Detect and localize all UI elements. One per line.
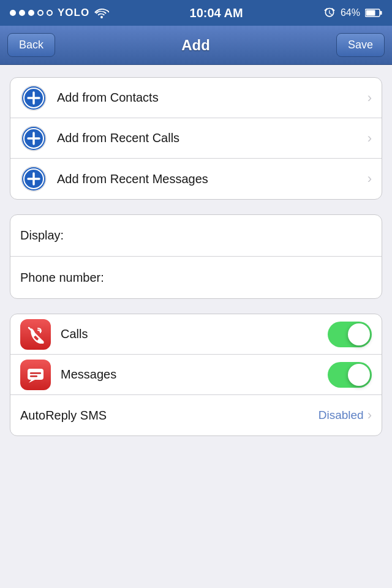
add-recent-calls-label: Add from Recent Calls — [57, 131, 368, 145]
add-recent-calls-chevron: › — [368, 130, 372, 146]
dot-1 — [10, 10, 16, 16]
messages-toggle-thumb — [348, 364, 370, 386]
calls-row[interactable]: Calls — [10, 314, 382, 355]
add-recent-messages-row[interactable]: Add from Recent Messages › — [10, 159, 382, 199]
phone-number-row: Phone number: — [10, 257, 382, 298]
messages-icon — [20, 360, 51, 390]
calls-toggle[interactable] — [328, 322, 372, 347]
status-right: 64% — [323, 7, 382, 19]
svg-rect-1 — [366, 10, 375, 16]
add-contacts-label: Add from Contacts — [57, 91, 368, 105]
autoreply-value: Disabled — [318, 409, 364, 422]
autoreply-row[interactable]: AutoReply SMS Disabled › — [10, 395, 382, 435]
dot-5 — [47, 10, 53, 16]
add-contacts-chevron: › — [368, 90, 372, 106]
calls-toggle-thumb — [348, 323, 370, 345]
back-button[interactable]: Back — [7, 33, 55, 57]
wifi-icon — [94, 7, 109, 18]
messages-toggle[interactable] — [328, 362, 372, 388]
svg-rect-2 — [380, 11, 382, 15]
svg-marker-23 — [29, 380, 35, 383]
content-area: Add from Contacts › Add from Recent Call… — [0, 65, 392, 463]
calls-label: Calls — [61, 327, 328, 341]
nav-bar: Back Add Save — [0, 26, 392, 65]
add-options-card: Add from Contacts › Add from Recent Call… — [10, 77, 382, 200]
battery-icon — [365, 9, 382, 17]
add-recent-calls-row[interactable]: Add from Recent Calls › — [10, 118, 382, 159]
add-recent-calls-icon — [20, 125, 47, 152]
add-recent-messages-label: Add from Recent Messages — [57, 172, 368, 186]
save-button[interactable]: Save — [336, 33, 385, 57]
status-bar: YOLO 10:04 AM 64% — [0, 0, 392, 26]
dot-2 — [19, 10, 25, 16]
add-recent-messages-icon — [20, 165, 47, 192]
display-label: Display: — [20, 228, 64, 243]
svg-rect-24 — [30, 372, 41, 374]
svg-rect-25 — [30, 375, 37, 377]
svg-rect-22 — [28, 369, 43, 380]
autoreply-label: AutoReply SMS — [20, 409, 318, 423]
add-recent-messages-chevron: › — [368, 171, 372, 187]
status-time: 10:04 AM — [190, 6, 243, 20]
messages-label: Messages — [61, 368, 328, 382]
dot-3 — [28, 10, 34, 16]
carrier-label: YOLO — [58, 7, 89, 19]
messages-row[interactable]: Messages — [10, 355, 382, 395]
add-contacts-row[interactable]: Add from Contacts › — [10, 78, 382, 118]
alarm-icon — [323, 7, 336, 19]
display-row: Display: — [10, 215, 382, 257]
page-title: Add — [181, 37, 210, 54]
display-card: Display: Phone number: — [10, 214, 382, 299]
battery-label: 64% — [341, 7, 360, 18]
calls-icon — [20, 319, 51, 350]
signal-dots — [10, 10, 53, 16]
dot-4 — [37, 10, 43, 16]
phone-number-label: Phone number: — [20, 271, 104, 285]
settings-card: Calls Messages A — [10, 314, 382, 436]
status-left: YOLO — [10, 7, 109, 19]
add-contacts-icon — [20, 85, 47, 111]
autoreply-chevron: › — [368, 407, 372, 423]
